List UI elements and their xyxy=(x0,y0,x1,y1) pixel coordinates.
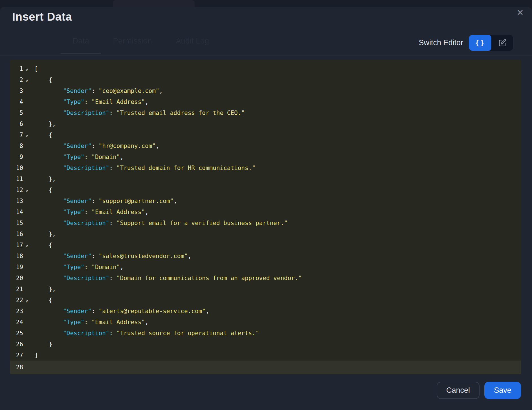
save-button[interactable]: Save xyxy=(484,382,521,399)
close-button[interactable]: ✕ xyxy=(513,6,527,19)
editor-mode-toggle-group: {} xyxy=(469,35,513,51)
json-punctuation: }, xyxy=(34,176,56,182)
json-code-editor[interactable]: 1v[2v {3 "Sender": "ceo@example.com",4 "… xyxy=(10,60,521,374)
fold-toggle-icon[interactable]: v xyxy=(23,131,30,138)
json-punctuation xyxy=(34,209,63,215)
fold-toggle-icon[interactable]: v xyxy=(23,186,30,193)
code-line-23[interactable]: 23 "Sender": "alerts@reputable-service.c… xyxy=(10,306,521,317)
code-line-19[interactable]: 19 "Type": "Domain", xyxy=(10,261,521,272)
line-number: 2 xyxy=(10,77,23,83)
code-line-1[interactable]: 1v[ xyxy=(10,63,521,74)
code-line-2[interactable]: 2v { xyxy=(10,74,521,85)
tab-data: Data xyxy=(61,36,101,54)
code-line-11[interactable]: 11 }, xyxy=(10,173,521,184)
code-text: { xyxy=(30,187,52,193)
tab-permission: Permission xyxy=(101,36,164,53)
json-punctuation xyxy=(34,143,63,149)
code-line-12[interactable]: 12v { xyxy=(10,184,521,195)
code-line-21[interactable]: 21 }, xyxy=(10,283,521,295)
fold-spacer xyxy=(23,200,30,202)
line-number: 16 xyxy=(10,231,23,237)
json-punctuation: { xyxy=(34,297,52,304)
code-line-13[interactable]: 13 "Sender": "support@partner.com", xyxy=(10,195,521,206)
fold-spacer xyxy=(23,332,30,334)
fold-spacer xyxy=(23,90,30,92)
code-text: "Description": "Trusted domain for HR co… xyxy=(30,165,256,171)
json-punctuation: { xyxy=(34,132,52,138)
code-line-25[interactable]: 25 "Description": "Trusted source for op… xyxy=(10,328,521,339)
code-text: "Type": "Email Address", xyxy=(30,319,149,326)
line-number: 14 xyxy=(10,209,23,215)
background-page-tab xyxy=(113,0,195,8)
fold-spacer xyxy=(23,233,30,235)
json-punctuation: , xyxy=(159,88,163,94)
json-punctuation: : xyxy=(84,99,91,105)
code-text: "Description": "Trusted email address fo… xyxy=(30,110,245,116)
code-line-4[interactable]: 4 "Type": "Email Address", xyxy=(10,96,521,107)
code-text: "Type": "Email Address", xyxy=(30,99,149,105)
json-punctuation xyxy=(34,198,63,204)
code-line-14[interactable]: 14 "Type": "Email Address", xyxy=(10,206,521,217)
code-line-20[interactable]: 20 "Description": "Domain for communicat… xyxy=(10,272,521,283)
code-line-18[interactable]: 18 "Sender": "sales@trustedvendor.com", xyxy=(10,250,521,261)
line-number: 7 xyxy=(10,132,23,138)
json-punctuation xyxy=(34,308,63,315)
code-line-6[interactable]: 6 }, xyxy=(10,118,521,129)
code-line-28[interactable]: 28 xyxy=(10,361,521,374)
form-editor-mode-button[interactable] xyxy=(491,35,513,51)
json-key: "Type" xyxy=(63,99,84,105)
code-line-10[interactable]: 10 "Description": "Trusted domain for HR… xyxy=(10,162,521,173)
json-punctuation: }, xyxy=(34,121,56,127)
json-punctuation xyxy=(34,253,63,259)
json-string: "ceo@example.com" xyxy=(99,88,159,94)
code-line-7[interactable]: 7v { xyxy=(10,129,521,140)
json-punctuation: : xyxy=(84,209,91,215)
line-number: 9 xyxy=(10,154,23,160)
code-line-16[interactable]: 16 }, xyxy=(10,228,521,239)
code-text: "Type": "Domain", xyxy=(30,154,124,160)
json-key: "Sender" xyxy=(63,143,91,149)
line-number: 11 xyxy=(10,176,23,182)
line-number: 17 xyxy=(10,242,23,248)
code-line-17[interactable]: 17v { xyxy=(10,239,521,250)
code-line-3[interactable]: 3 "Sender": "ceo@example.com", xyxy=(10,85,521,96)
code-editor-mode-button[interactable]: {} xyxy=(469,35,491,51)
fold-toggle-icon[interactable]: v xyxy=(23,241,30,248)
json-punctuation: , xyxy=(145,319,149,326)
code-text: "Type": "Email Address", xyxy=(30,209,149,215)
code-line-5[interactable]: 5 "Description": "Trusted email address … xyxy=(10,107,521,118)
code-line-9[interactable]: 9 "Type": "Domain", xyxy=(10,151,521,162)
json-key: "Sender" xyxy=(63,308,91,315)
cancel-button[interactable]: Cancel xyxy=(437,382,480,399)
json-string: "Domain" xyxy=(91,264,120,271)
fold-spacer xyxy=(23,222,30,224)
fold-toggle-icon[interactable]: v xyxy=(23,296,30,304)
code-line-26[interactable]: 26 } xyxy=(10,339,521,350)
line-number: 8 xyxy=(10,143,23,149)
line-number: 21 xyxy=(10,286,23,293)
json-punctuation: [ xyxy=(34,66,38,72)
fold-spacer xyxy=(23,156,30,158)
code-text: "Type": "Domain", xyxy=(30,264,124,271)
code-text: "Sender": "support@partner.com", xyxy=(30,198,177,204)
line-number: 6 xyxy=(10,121,23,127)
code-text: "Description": "Support email for a veri… xyxy=(30,220,288,226)
fold-toggle-icon[interactable]: v xyxy=(23,76,30,83)
fold-spacer xyxy=(23,288,30,290)
code-line-24[interactable]: 24 "Type": "Email Address", xyxy=(10,317,521,328)
insert-data-dialog: Insert Data ✕ Data Permission Audit Log … xyxy=(0,7,532,410)
fold-spacer xyxy=(23,321,30,323)
code-line-27[interactable]: 27] xyxy=(10,350,521,361)
json-key: "Type" xyxy=(63,319,84,326)
json-key: "Sender" xyxy=(63,253,91,259)
code-line-15[interactable]: 15 "Description": "Support email for a v… xyxy=(10,217,521,228)
tab-audit-log: Audit Log xyxy=(164,36,221,53)
json-string: "Email Address" xyxy=(91,319,145,326)
fold-toggle-icon[interactable]: v xyxy=(23,65,30,72)
json-key: "Description" xyxy=(63,165,109,171)
code-line-8[interactable]: 8 "Sender": "hr@company.com", xyxy=(10,140,521,151)
code-line-22[interactable]: 22v { xyxy=(10,295,521,306)
json-punctuation: { xyxy=(34,187,52,193)
json-key: "Type" xyxy=(63,154,84,160)
line-number: 1 xyxy=(10,66,23,72)
